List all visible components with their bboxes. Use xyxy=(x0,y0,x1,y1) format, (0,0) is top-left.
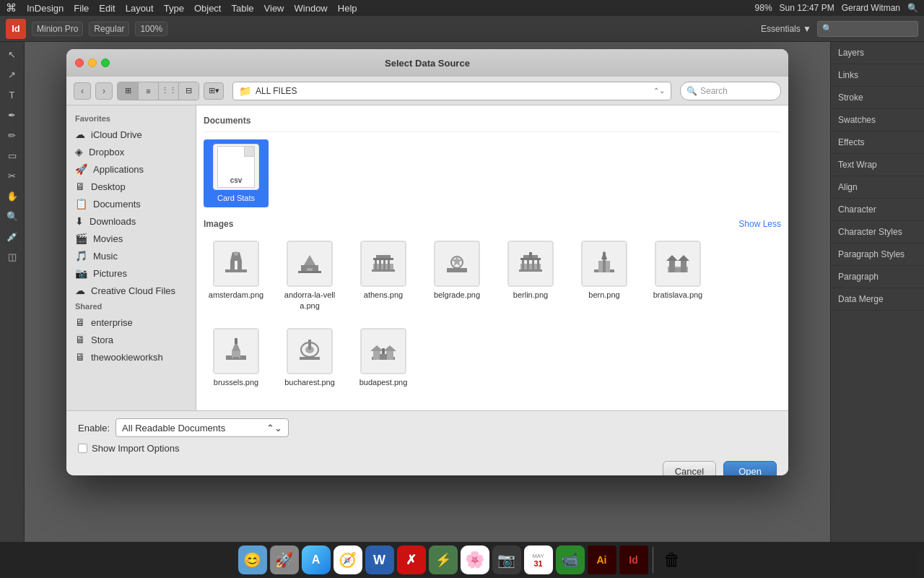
panel-layers[interactable]: Layers xyxy=(831,42,924,64)
dock-word[interactable]: W xyxy=(365,545,394,574)
scissors-tool[interactable]: ✂ xyxy=(3,166,22,185)
sidebar-item-creative-cloud[interactable]: ☁ Creative Cloud Files xyxy=(66,282,196,299)
file-bratislava[interactable]: bratislava.png xyxy=(645,236,710,315)
back-button[interactable]: ‹ xyxy=(74,82,91,100)
menu-table[interactable]: Table xyxy=(231,3,253,14)
style-selector[interactable]: Regular xyxy=(89,22,129,36)
sidebar-item-pictures[interactable]: 📷 Pictures xyxy=(66,264,196,282)
panel-data-merge[interactable]: Data Merge xyxy=(831,288,924,311)
file-brussels[interactable]: brussels.png xyxy=(204,324,269,392)
dock-iphoto[interactable]: 📷 xyxy=(492,545,521,574)
rectangle-tool[interactable]: ▭ xyxy=(3,146,22,165)
zoom-tool[interactable]: 🔍 xyxy=(3,207,22,225)
forward-button[interactable]: › xyxy=(95,82,113,100)
dock-photos[interactable]: 🌸 xyxy=(461,545,489,574)
file-thumb-card-stats: csv xyxy=(213,144,259,190)
dock-trash[interactable]: 🗑 xyxy=(658,545,687,574)
panel-align[interactable]: Align xyxy=(831,176,924,199)
gallery-view-button[interactable]: ⊟ xyxy=(178,82,199,100)
dock-illustrator[interactable]: Ai xyxy=(588,545,616,574)
file-amsterdam[interactable]: amsterdam.png xyxy=(204,236,269,315)
dock-facetime[interactable]: 📹 xyxy=(556,545,585,574)
search-input[interactable]: 🔍 xyxy=(817,21,918,37)
sidebar-item-music[interactable]: 🎵 Music xyxy=(66,247,196,264)
minimize-button[interactable] xyxy=(88,59,97,67)
apple-menu[interactable]: ⌘ xyxy=(6,1,17,14)
file-bucharest[interactable]: bucharest.png xyxy=(277,324,342,392)
menu-object[interactable]: Object xyxy=(194,3,222,14)
import-options-checkbox[interactable] xyxy=(78,444,87,453)
dock-finder[interactable]: 😊 xyxy=(238,545,267,574)
close-button[interactable] xyxy=(75,59,84,67)
panel-paragraph[interactable]: Paragraph xyxy=(831,266,924,288)
select-tool[interactable]: ↖ xyxy=(3,45,22,64)
sidebar-item-downloads[interactable]: ⬇ Downloads xyxy=(66,212,196,230)
sidebar-item-stora[interactable]: 🖥 Stora xyxy=(66,331,196,348)
direct-select-tool[interactable]: ↗ xyxy=(3,65,22,84)
dock-indesign[interactable]: Id xyxy=(619,545,648,574)
menu-view[interactable]: View xyxy=(264,3,284,14)
sidebar-item-movies[interactable]: 🎬 Movies xyxy=(66,230,196,247)
panel-character[interactable]: Character xyxy=(831,199,924,221)
menu-indesign[interactable]: InDesign xyxy=(27,3,64,14)
file-budapest[interactable]: budapest.png xyxy=(351,324,416,392)
menu-help[interactable]: Help xyxy=(338,3,357,14)
sidebar-label-enterprise: enterprise xyxy=(91,317,133,328)
open-button[interactable]: Open xyxy=(723,461,777,475)
menu-window[interactable]: Window xyxy=(295,3,328,14)
sidebar-item-desktop[interactable]: 🖥 Desktop xyxy=(66,178,196,195)
sidebar-item-documents[interactable]: 📋 Documents xyxy=(66,195,196,212)
sidebar-item-thewookie[interactable]: 🖥 thewookieworksh xyxy=(66,348,196,366)
svg-rect-22 xyxy=(522,259,524,269)
sidebar-item-dropbox[interactable]: ◈ Dropbox xyxy=(66,143,196,160)
panel-stroke[interactable]: Stroke xyxy=(831,87,924,109)
dock-safari[interactable]: 🧭 xyxy=(334,545,362,574)
list-view-button[interactable]: ≡ xyxy=(138,82,158,100)
arrange-button[interactable]: ⊞▾ xyxy=(204,82,224,100)
pencil-tool[interactable]: ✏ xyxy=(3,126,22,144)
zoom-selector[interactable]: 100% xyxy=(135,22,167,36)
file-berlin[interactable]: berlin.png xyxy=(498,236,563,315)
pen-tool[interactable]: ✒ xyxy=(3,105,22,124)
menu-type[interactable]: Type xyxy=(164,3,184,14)
maximize-button[interactable] xyxy=(101,59,110,67)
sidebar-item-applications[interactable]: 🚀 Applications xyxy=(66,160,196,178)
dock-x[interactable]: ✗ xyxy=(397,545,426,574)
column-view-button[interactable]: ⋮⋮ xyxy=(158,82,178,100)
clock: Sun 12:47 PM xyxy=(780,3,834,13)
type-tool[interactable]: T xyxy=(3,85,22,104)
file-belgrade[interactable]: belgrade.png xyxy=(424,236,489,315)
menu-file[interactable]: File xyxy=(74,3,89,14)
location-bar[interactable]: 📁 ALL FILES ⌃⌄ xyxy=(232,82,671,100)
eyedropper-tool[interactable]: 💉 xyxy=(3,227,22,246)
font-selector[interactable]: Minion Pro xyxy=(32,22,83,36)
panel-links[interactable]: Links xyxy=(831,64,924,87)
show-less-button[interactable]: Show Less xyxy=(738,219,781,229)
sidebar-item-enterprise[interactable]: 🖥 enterprise xyxy=(66,314,196,331)
menu-layout[interactable]: Layout xyxy=(126,3,154,14)
icon-view-button[interactable]: ⊞ xyxy=(118,82,138,100)
panel-swatches[interactable]: Swatches xyxy=(831,109,924,131)
panel-paragraph-styles[interactable]: Paragraph Styles xyxy=(831,243,924,266)
search-icon[interactable]: 🔍 xyxy=(907,3,918,13)
file-bern[interactable]: bern.png xyxy=(572,236,637,315)
file-card-stats[interactable]: csv Card Stats xyxy=(204,139,269,207)
sidebar-item-icloud[interactable]: ☁ iCloud Drive xyxy=(66,126,196,143)
panel-text-wrap[interactable]: Text Wrap xyxy=(831,154,924,176)
panel-character-styles[interactable]: Character Styles xyxy=(831,221,924,243)
location-chevron-icon: ⌃⌄ xyxy=(653,87,665,95)
file-andorra[interactable]: andorra-la-vella.png xyxy=(277,236,342,315)
dock-launchpad[interactable]: 🚀 xyxy=(270,545,299,574)
enable-dropdown[interactable]: All Readable Documents ⌃⌄ xyxy=(116,418,289,437)
panel-effects[interactable]: Effects xyxy=(831,131,924,154)
essentials-label[interactable]: Essentials ▼ xyxy=(761,24,811,34)
search-box[interactable]: 🔍 Search xyxy=(680,82,781,100)
dock-unknown[interactable]: ⚡ xyxy=(429,545,458,574)
dock-app-store[interactable]: A xyxy=(302,545,331,574)
file-athens[interactable]: athens.png xyxy=(351,236,416,315)
cancel-button[interactable]: Cancel xyxy=(663,461,716,475)
hand-tool[interactable]: ✋ xyxy=(3,186,22,205)
gradient-tool[interactable]: ◫ xyxy=(3,247,22,266)
dock-calendar[interactable]: MAY31 xyxy=(524,545,553,574)
menu-edit[interactable]: Edit xyxy=(99,3,115,14)
